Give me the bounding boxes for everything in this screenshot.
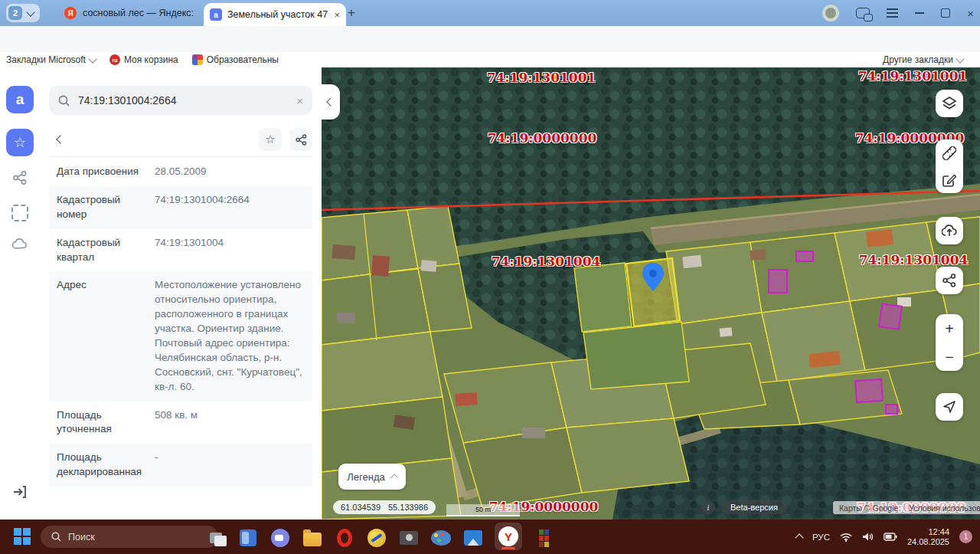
minimize-button[interactable] (915, 12, 924, 14)
clear-search-icon[interactable]: × (296, 94, 303, 107)
legend-button[interactable]: Легенда (338, 464, 406, 490)
row-value: Местоположение установлено относительно … (155, 278, 305, 394)
maximize-button[interactable] (941, 8, 950, 18)
cadastral-map[interactable]: 74:19:1301001 74:19:1301001 74:19:000000… (322, 67, 980, 520)
layers-button[interactable] (936, 90, 963, 117)
file-explorer-button[interactable] (302, 527, 323, 549)
back-button[interactable] (49, 128, 72, 151)
rail-share-button[interactable] (6, 164, 34, 192)
share-map-button[interactable] (936, 267, 963, 294)
layers-icon (942, 97, 957, 110)
wifi-icon[interactable] (840, 533, 852, 542)
bookmark-folder-microsoft[interactable]: Закладки Microsoft (6, 54, 96, 65)
rail-favorites-button[interactable]: ☆ (6, 129, 34, 156)
taskbar-search[interactable]: Поиск (41, 526, 218, 548)
widgets-button[interactable] (237, 527, 259, 549)
terms-link[interactable]: Условия использования (909, 503, 980, 513)
tab-active-parcel[interactable]: a Земельный участок 47 × (204, 3, 346, 26)
beta-label: Beta-версия (730, 503, 778, 512)
table-row: Дата присвоения 28.05.2009 (49, 158, 312, 186)
search-icon (58, 95, 70, 107)
row-value: - (155, 451, 305, 480)
task-view-button[interactable] (205, 527, 227, 549)
battery-icon[interactable] (884, 533, 897, 541)
bookmark-basket[interactable]: ru Моя корзина (109, 54, 178, 65)
zoom-in-button[interactable]: + (936, 321, 963, 336)
rail-cloud-button[interactable] (6, 230, 34, 257)
language-indicator[interactable]: РУС (812, 533, 830, 542)
other-bookmarks[interactable]: Другие закладки (883, 54, 963, 65)
table-row: Кадастровый номер 74:19:1301004:2664 (49, 186, 312, 229)
notification-badge[interactable]: 1 (959, 530, 972, 543)
map-app-logo[interactable]: a (6, 86, 34, 113)
collapse-panel-button[interactable] (322, 84, 340, 120)
bookmark-label: Образовательны (207, 54, 279, 65)
search-input[interactable] (77, 93, 289, 107)
chevron-down-icon (956, 54, 964, 63)
close-tab-icon[interactable]: × (334, 9, 340, 21)
rail-select-area-button[interactable] (6, 199, 34, 227)
scale-label: 50 m (475, 506, 491, 513)
cloud-icon (11, 238, 28, 250)
info-button[interactable]: i (701, 500, 715, 514)
bookmark-education[interactable]: Образовательны (192, 54, 279, 65)
app-badge-button[interactable] (366, 527, 387, 549)
dialogs-icon[interactable] (856, 8, 870, 18)
chevron-down-icon (26, 8, 34, 16)
volume-icon[interactable] (862, 532, 874, 542)
tab-counter[interactable]: 2 (6, 4, 40, 22)
row-label: Кадастровый квартал (57, 236, 155, 265)
share-nodes-icon (12, 170, 28, 185)
chevron-up-icon (390, 474, 398, 482)
dashed-select-icon (11, 205, 28, 221)
row-value: 74:19:1301004:2664 (155, 193, 305, 222)
favorite-star-button[interactable]: ☆ (259, 128, 282, 151)
chat-app-button[interactable] (270, 527, 291, 549)
share-nodes-icon (296, 134, 307, 146)
google-attribution: Карты © Google (839, 503, 898, 513)
cloud-upload-icon (942, 224, 957, 238)
draw-button[interactable] (942, 173, 956, 187)
menu-icon[interactable] (887, 12, 898, 14)
game-app-button[interactable] (533, 527, 554, 549)
parcel-info-panel: × ☆ Дата присвоения 28.05.2009 Кадастров… (40, 67, 322, 520)
close-window-button[interactable]: × (967, 8, 974, 19)
row-value: 508 кв. м (155, 408, 305, 438)
tab-yandex-search[interactable]: Я сосновый лес — Яндекс: (60, 0, 211, 26)
table-row: Кадастровый квартал 74:19:1301004 (49, 229, 312, 272)
yandex-browser-button[interactable]: Y (495, 523, 522, 550)
upload-button[interactable] (936, 217, 963, 244)
locate-button[interactable] (936, 393, 963, 421)
rail-login-button[interactable] (6, 478, 34, 506)
start-button[interactable] (14, 528, 31, 545)
profile-avatar[interactable] (822, 5, 839, 21)
hidden-icons-chevron[interactable] (795, 533, 803, 542)
new-tab-button[interactable]: + (343, 5, 360, 21)
windows-taskbar: Поиск Y РУС 12:44 24.08.2025 1 (0, 520, 980, 554)
opera-button[interactable] (334, 527, 355, 549)
row-label: Площадь уточненная (57, 408, 155, 438)
cadastral-label: 74:19:0000000 (488, 130, 597, 146)
row-label: Площадь декларированная (57, 451, 155, 480)
zoom-out-button[interactable]: − (936, 349, 963, 365)
cadastral-label: 74:19:1301004 (859, 252, 969, 267)
clock[interactable]: 12:44 24.08.2025 (907, 527, 949, 547)
cadastral-search-box[interactable]: × (49, 86, 312, 115)
row-label: Дата присвоения (57, 165, 155, 179)
share-button[interactable] (289, 128, 312, 151)
paint-app-button[interactable] (430, 527, 452, 549)
education-site-icon (192, 54, 203, 65)
parcel-details-table: Дата присвоения 28.05.2009 Кадастровый н… (49, 158, 312, 487)
table-row: Адрес Местоположение установлено относит… (49, 271, 312, 401)
photos-icon (464, 530, 482, 546)
task-view-icon (210, 533, 222, 543)
tab-title: Земельный участок 47 (227, 9, 328, 20)
camera-app-button[interactable] (398, 527, 420, 549)
cadastral-label: 74:19:1301001 (858, 68, 968, 84)
cursor-coordinates: 61.034539 55.133986 (333, 500, 436, 514)
search-placeholder: Поиск (68, 532, 95, 543)
photos-app-button[interactable] (462, 527, 484, 549)
latitude-value: 61.034539 (341, 503, 381, 512)
palette-icon (431, 530, 451, 546)
ruler-button[interactable] (942, 146, 956, 160)
